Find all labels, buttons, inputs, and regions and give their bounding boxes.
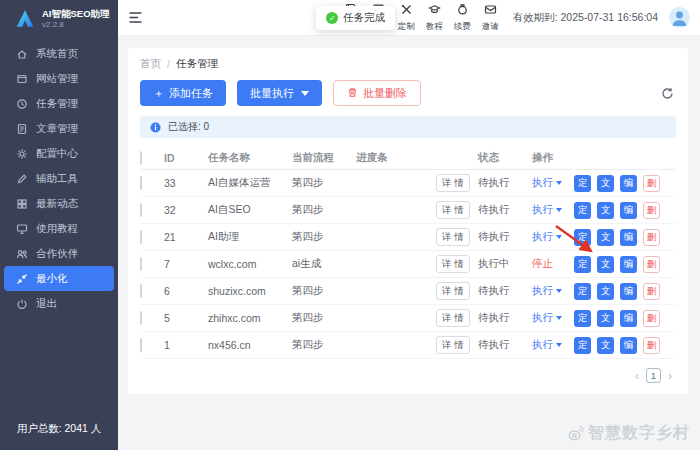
breadcrumb-current: 任务管理 bbox=[176, 57, 218, 71]
row-checkbox[interactable] bbox=[140, 230, 142, 244]
table-row: 6 shuzixc.com 第四步 详 情 待执行 执行 定 文 编 删 bbox=[140, 278, 676, 305]
edit-button[interactable]: 编 bbox=[620, 283, 637, 300]
chevron-down-icon bbox=[556, 208, 562, 212]
row-checkbox[interactable] bbox=[140, 203, 142, 217]
execute-link[interactable]: 执行 bbox=[532, 311, 568, 325]
customize-link[interactable]: 定制 bbox=[398, 2, 415, 33]
collapse-menu-icon[interactable] bbox=[128, 11, 143, 24]
chevron-down-icon bbox=[556, 289, 562, 293]
row-task-name: AI自SEO bbox=[208, 203, 292, 217]
sidebar-item-home[interactable]: 系统首页 bbox=[4, 41, 114, 66]
article-button[interactable]: 文 bbox=[597, 283, 614, 300]
row-checkbox[interactable] bbox=[140, 257, 142, 271]
sidebar-item-tasks[interactable]: 任务管理 bbox=[4, 91, 114, 116]
article-button[interactable]: 文 bbox=[597, 337, 614, 354]
edit-button[interactable]: 编 bbox=[620, 337, 637, 354]
schedule-button[interactable]: 定 bbox=[574, 229, 591, 246]
execute-link[interactable]: 执行 bbox=[532, 338, 568, 352]
edit-button[interactable]: 编 bbox=[620, 175, 637, 192]
detail-button[interactable]: 详 情 bbox=[436, 228, 470, 246]
app-version: v2.2.8 bbox=[42, 20, 110, 29]
stop-link[interactable]: 停止 bbox=[532, 257, 568, 271]
sidebar-item-news[interactable]: 最新动态 bbox=[4, 191, 114, 216]
execute-link[interactable]: 执行 bbox=[532, 284, 568, 298]
sidebar-item-articles[interactable]: 文章管理 bbox=[4, 116, 114, 141]
edit-button[interactable]: 编 bbox=[620, 256, 637, 273]
watermark: 智慧数字乡村 bbox=[567, 423, 690, 444]
sidebar-item-tools[interactable]: 辅助工具 bbox=[4, 166, 114, 191]
monitor-icon bbox=[16, 223, 28, 235]
prev-page-arrow[interactable]: ‹ bbox=[635, 369, 639, 383]
delete-button[interactable]: 删 bbox=[643, 310, 660, 327]
detail-button[interactable]: 详 情 bbox=[436, 201, 470, 219]
page-number[interactable]: 1 bbox=[646, 368, 661, 383]
edit-button[interactable]: 编 bbox=[620, 202, 637, 219]
batch-delete-button[interactable]: 批量删除 bbox=[333, 80, 421, 106]
users-total: 用户总数: 2041 人 bbox=[0, 422, 118, 436]
sidebar-item-label: 文章管理 bbox=[36, 122, 78, 136]
next-page-arrow[interactable]: › bbox=[668, 369, 672, 383]
schedule-button[interactable]: 定 bbox=[574, 202, 591, 219]
site-icon bbox=[16, 73, 28, 85]
delete-button[interactable]: 删 bbox=[643, 175, 660, 192]
tutorial-link[interactable]: 教程 bbox=[426, 2, 443, 33]
table-row: 33 AI自媒体运营 第四步 详 情 待执行 执行 定 文 编 删 bbox=[140, 170, 676, 197]
article-button[interactable]: 文 bbox=[597, 229, 614, 246]
renew-link[interactable]: 续费 bbox=[454, 2, 471, 33]
moneybag-icon bbox=[456, 2, 469, 20]
delete-button[interactable]: 删 bbox=[643, 229, 660, 246]
row-status: 待执行 bbox=[478, 338, 532, 352]
edit-button[interactable]: 编 bbox=[620, 229, 637, 246]
article-button[interactable]: 文 bbox=[597, 202, 614, 219]
sidebar-item-tutorial[interactable]: 使用教程 bbox=[4, 216, 114, 241]
schedule-button[interactable]: 定 bbox=[574, 175, 591, 192]
delete-button[interactable]: 删 bbox=[643, 337, 660, 354]
sidebar-item-minimize[interactable]: 最小化 bbox=[4, 266, 114, 291]
schedule-button[interactable]: 定 bbox=[574, 337, 591, 354]
row-checkbox[interactable] bbox=[140, 338, 142, 352]
add-task-button[interactable]: ＋ 添加任务 bbox=[140, 80, 226, 106]
batch-execute-button[interactable]: 批量执行 bbox=[237, 80, 322, 106]
sidebar-item-config[interactable]: 配置中心 bbox=[4, 141, 114, 166]
schedule-button[interactable]: 定 bbox=[574, 256, 591, 273]
invite-link[interactable]: 邀请 bbox=[482, 2, 499, 33]
detail-button[interactable]: 详 情 bbox=[436, 255, 470, 273]
app-title: AI智能SEO助理 bbox=[42, 9, 110, 20]
row-step: 第四步 bbox=[292, 203, 356, 217]
delete-button[interactable]: 删 bbox=[643, 202, 660, 219]
detail-button[interactable]: 详 情 bbox=[436, 174, 470, 192]
schedule-button[interactable]: 定 bbox=[574, 310, 591, 327]
row-step: 第四步 bbox=[292, 284, 356, 298]
envelope-icon bbox=[484, 2, 497, 20]
main-content: 首页 / 任务管理 ＋ 添加任务 批量执行 批量删除 bbox=[118, 36, 700, 450]
edit-button[interactable]: 编 bbox=[620, 310, 637, 327]
logo-icon bbox=[14, 9, 36, 28]
row-checkbox[interactable] bbox=[140, 284, 142, 298]
sidebar-item-logout[interactable]: 退出 bbox=[4, 291, 114, 316]
article-button[interactable]: 文 bbox=[597, 310, 614, 327]
delete-button[interactable]: 删 bbox=[643, 256, 660, 273]
detail-button[interactable]: 详 情 bbox=[436, 336, 470, 354]
select-all-checkbox[interactable] bbox=[140, 151, 142, 165]
refresh-icon[interactable] bbox=[661, 86, 674, 104]
sidebar-item-sites[interactable]: 网站管理 bbox=[4, 66, 114, 91]
row-checkbox[interactable] bbox=[140, 176, 142, 190]
clock-icon bbox=[16, 98, 28, 110]
user-avatar[interactable] bbox=[669, 7, 690, 28]
execute-link[interactable]: 执行 bbox=[532, 203, 568, 217]
execute-link[interactable]: 执行 bbox=[532, 230, 568, 244]
breadcrumb-home[interactable]: 首页 bbox=[140, 57, 161, 71]
article-button[interactable]: 文 bbox=[597, 175, 614, 192]
delete-button[interactable]: 删 bbox=[643, 283, 660, 300]
detail-button[interactable]: 详 情 bbox=[436, 282, 470, 300]
row-checkbox[interactable] bbox=[140, 311, 142, 325]
schedule-button[interactable]: 定 bbox=[574, 283, 591, 300]
success-check-icon: ✓ bbox=[326, 12, 338, 24]
row-task-name: shuzixc.com bbox=[208, 285, 292, 297]
row-id: 7 bbox=[164, 258, 208, 270]
detail-button[interactable]: 详 情 bbox=[436, 309, 470, 327]
header-progress: 进度条 bbox=[356, 151, 436, 165]
sidebar-item-partners[interactable]: 合作伙伴 bbox=[4, 241, 114, 266]
execute-link[interactable]: 执行 bbox=[532, 176, 568, 190]
article-button[interactable]: 文 bbox=[597, 256, 614, 273]
